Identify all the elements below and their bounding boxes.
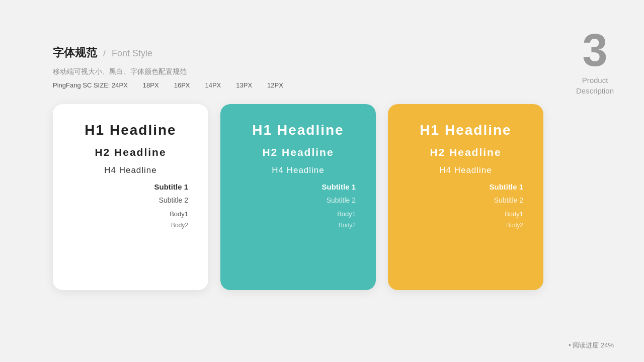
title-divider: /	[103, 48, 106, 59]
card-white: H1 Headline H2 Headline H4 Headline Subt…	[53, 104, 208, 290]
teal-subtitle1: Subtitle 1	[240, 183, 356, 191]
subtitle-description: 移动端可视大小、黑白、字体颜色配置规范	[53, 67, 543, 76]
teal-body2: Body2	[240, 222, 356, 229]
white-h4: H4 Headline	[73, 165, 188, 175]
card-yellow: H1 Headline H2 Headline H4 Headline Subt…	[388, 104, 543, 290]
font-size-12: 12PX	[267, 81, 283, 89]
yellow-body2: Body2	[408, 222, 523, 229]
teal-h2: H2 Headline	[240, 146, 356, 158]
yellow-h1: H1 Headline	[408, 122, 523, 138]
font-size-16: 16PX	[174, 81, 190, 89]
white-body1: Body1	[73, 210, 188, 218]
font-size-14: 14PX	[205, 81, 221, 89]
yellow-h4: H4 Headline	[408, 165, 523, 175]
font-size-18: 18PX	[143, 81, 159, 89]
yellow-subtitle1: Subtitle 1	[408, 183, 523, 191]
page-number-section: 3 Product Description	[576, 28, 614, 96]
main-content: 字体规范 / Font Style 移动端可视大小、黑白、字体颜色配置规范 Pi…	[53, 45, 543, 290]
teal-h1: H1 Headline	[240, 122, 356, 138]
teal-subtitle2: Subtitle 2	[240, 196, 356, 204]
reading-progress: 阅读进度 24%	[569, 341, 614, 350]
page-container: 3 Product Description 字体规范 / Font Style …	[0, 0, 644, 362]
white-body2: Body2	[73, 222, 188, 229]
white-h2: H2 Headline	[73, 146, 188, 158]
yellow-subtitle2: Subtitle 2	[408, 196, 523, 204]
page-description: Product Description	[576, 75, 614, 96]
yellow-body1: Body1	[408, 210, 523, 218]
font-size-main-label: PingFang SC SIZE: 24PX	[53, 81, 128, 89]
title-english: Font Style	[112, 48, 152, 59]
teal-h4: H4 Headline	[240, 165, 356, 175]
white-subtitle1: Subtitle 1	[73, 183, 188, 191]
title-row: 字体规范 / Font Style	[53, 45, 543, 60]
yellow-h2: H2 Headline	[408, 146, 523, 158]
title-chinese: 字体规范	[53, 45, 97, 60]
page-number: 3	[576, 28, 614, 73]
teal-body1: Body1	[240, 210, 356, 218]
white-subtitle2: Subtitle 2	[73, 196, 188, 204]
card-teal: H1 Headline H2 Headline H4 Headline Subt…	[220, 104, 376, 290]
white-h1: H1 Headline	[73, 122, 188, 138]
font-sizes-row: PingFang SC SIZE: 24PX 18PX 16PX 14PX 13…	[53, 81, 543, 89]
font-size-13: 13PX	[236, 81, 252, 89]
cards-container: H1 Headline H2 Headline H4 Headline Subt…	[53, 104, 543, 290]
